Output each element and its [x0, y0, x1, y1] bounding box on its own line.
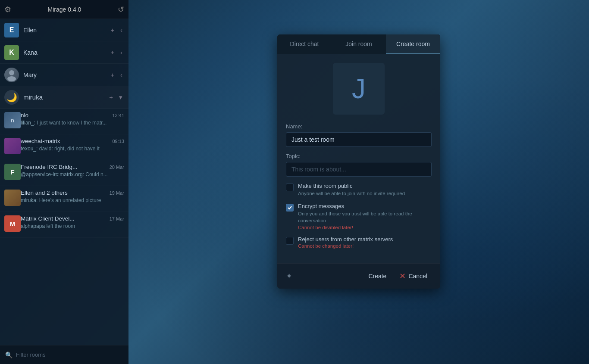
- option-content-encrypt: Encrypt messages Only you and those you …: [298, 203, 432, 230]
- room-icon-upload[interactable]: J: [333, 63, 385, 115]
- account-name-mary: Mary: [23, 72, 109, 78]
- room-item-matrix-devel[interactable]: M Matrix Client Devel... 17 Mar alphapap…: [0, 212, 128, 238]
- account-name-kana: Kana: [23, 49, 109, 56]
- option-checkbox-public[interactable]: [286, 184, 294, 191]
- room-avatar-ellen-others: [4, 190, 21, 206]
- collapse-button-ellen[interactable]: ‹: [119, 25, 124, 34]
- name-label: Name:: [286, 123, 432, 130]
- option-row-encrypt: Encrypt messages Only you and those you …: [286, 203, 432, 230]
- account-item-ellen[interactable]: E Ellen + ‹: [0, 19, 128, 41]
- sidebar: ⚙ Mirage 0.4.0 ↺ E Ellen + ‹ K Kana + ‹ …: [0, 0, 128, 364]
- room-time-nio: 13:41: [112, 113, 124, 118]
- account-item-kana[interactable]: K Kana + ‹: [0, 41, 128, 64]
- wand-icon: ✦: [286, 271, 292, 281]
- room-time-ellen-others: 19 Mar: [110, 190, 124, 196]
- account-name-miruka: miruka: [23, 93, 107, 101]
- room-icon-letter: J: [352, 73, 366, 105]
- create-room-dialog: Direct chat Join room Create room J Name…: [277, 34, 440, 289]
- room-item-freenode[interactable]: F Freenode IRC Bridg... 20 Mar @appservi…: [0, 160, 128, 186]
- option-desc-encrypt: Only you and those you trust will be abl…: [298, 210, 432, 224]
- account-actions-kana: + ‹: [109, 48, 124, 57]
- room-content-weechat: weechat-matrix 09:13 texou_: david: righ…: [21, 138, 124, 152]
- dialog-overlay: Direct chat Join room Create room J Name…: [128, 0, 589, 364]
- option-title-encrypt: Encrypt messages: [298, 203, 432, 209]
- svg-point-0: [9, 70, 14, 75]
- room-avatar-matrix-devel: M: [4, 215, 21, 232]
- add-room-button-ellen[interactable]: +: [109, 25, 116, 34]
- avatar-ellen: E: [4, 23, 19, 37]
- svg-point-1: [7, 76, 16, 81]
- option-checkbox-reject[interactable]: [286, 237, 294, 245]
- option-row-reject: Reject users from other matrix servers C…: [286, 236, 432, 249]
- option-content-reject: Reject users from other matrix servers C…: [298, 236, 393, 249]
- room-content-nio: nio 13:41 lilian_: I just want to know I…: [21, 112, 124, 126]
- settings-icon[interactable]: ⚙: [4, 5, 11, 14]
- filter-bar: 🔍: [0, 345, 128, 364]
- option-warning-encrypt: Cannot be disabled later!: [298, 225, 432, 230]
- tab-direct-chat[interactable]: Direct chat: [277, 34, 332, 54]
- room-item-ellen-others[interactable]: Ellen and 2 others 19 Mar miruka: Here's…: [0, 186, 128, 212]
- tab-join-room[interactable]: Join room: [332, 34, 386, 54]
- add-room-button-kana[interactable]: +: [109, 48, 116, 57]
- room-content-matrix-devel: Matrix Client Devel... 17 Mar alphapapa …: [21, 215, 124, 229]
- filter-icon: 🔍: [5, 352, 13, 358]
- option-checkbox-encrypt[interactable]: [286, 204, 294, 212]
- account-actions-miruka: + ▾: [107, 93, 124, 102]
- room-list: n nio 13:41 lilian_: I just want to know…: [0, 109, 128, 345]
- dialog-footer: ✦ Create ✕ Cancel: [277, 263, 440, 289]
- room-preview-matrix-devel: alphapapa left the room: [21, 223, 124, 229]
- cancel-label: Cancel: [408, 273, 427, 280]
- room-name-weechat: weechat-matrix: [21, 138, 60, 144]
- app-title: Mirage 0.4.0: [48, 6, 81, 13]
- room-preview-freenode: @appservice-irc:matrix.org: Could n...: [21, 171, 124, 177]
- room-avatar-freenode: F: [4, 164, 21, 180]
- room-name-ellen-others: Ellen and 2 others: [21, 190, 68, 196]
- room-avatar-nio: n: [4, 112, 21, 128]
- filter-rooms-input[interactable]: [16, 352, 123, 358]
- option-content-public: Make this room public Anyone will be abl…: [298, 183, 405, 197]
- account-item-miruka[interactable]: 🌙 miruka + ▾: [0, 86, 128, 109]
- room-name-input[interactable]: [286, 132, 432, 147]
- room-time-matrix-devel: 17 Mar: [110, 216, 124, 221]
- option-warning-reject: Cannot be changed later!: [298, 243, 393, 249]
- cancel-x-icon: ✕: [399, 271, 406, 281]
- dialog-body: J Name: Topic: Make this room public Any…: [277, 54, 440, 263]
- refresh-icon[interactable]: ↺: [118, 5, 124, 14]
- room-content-ellen-others: Ellen and 2 others 19 Mar miruka: Here's…: [21, 190, 124, 203]
- tab-create-room[interactable]: Create room: [386, 34, 440, 54]
- option-row-public: Make this room public Anyone will be abl…: [286, 183, 432, 197]
- account-name-ellen: Ellen: [23, 27, 109, 34]
- account-item-mary[interactable]: Mary + ‹: [0, 64, 128, 86]
- collapse-button-mary[interactable]: ‹: [119, 70, 124, 79]
- room-name-matrix-devel: Matrix Client Devel...: [21, 215, 75, 222]
- room-topic-input[interactable]: [286, 162, 432, 177]
- topic-label: Topic:: [286, 153, 432, 159]
- room-content-freenode: Freenode IRC Bridg... 20 Mar @appservice…: [21, 164, 124, 177]
- room-time-freenode: 20 Mar: [110, 165, 124, 170]
- room-preview-nio: lilian_: I just want to know I the matr.…: [21, 120, 124, 126]
- add-room-button-mary[interactable]: +: [109, 70, 116, 79]
- room-name-freenode: Freenode IRC Bridg...: [21, 164, 77, 170]
- cancel-button[interactable]: ✕ Cancel: [395, 269, 432, 283]
- create-button[interactable]: Create: [364, 270, 391, 282]
- room-time-weechat: 09:13: [112, 139, 124, 144]
- option-desc-public: Anyone will be able to join with no invi…: [298, 190, 405, 197]
- room-item-nio[interactable]: n nio 13:41 lilian_: I just want to know…: [0, 109, 128, 134]
- topbar: ⚙ Mirage 0.4.0 ↺: [0, 0, 128, 19]
- add-room-button-miruka[interactable]: +: [107, 93, 115, 102]
- avatar-kana: K: [4, 45, 19, 60]
- room-name-nio: nio: [21, 112, 28, 118]
- room-preview-weechat: texou_: david: right, did not have it: [21, 146, 124, 152]
- main-content: Direct chat Join room Create room J Name…: [128, 0, 589, 364]
- avatar-miruka: 🌙: [4, 90, 19, 105]
- option-title-reject: Reject users from other matrix servers: [298, 236, 393, 243]
- room-preview-ellen-others: miruka: Here's an unrelated picture: [21, 197, 124, 203]
- dialog-tabs: Direct chat Join room Create room: [277, 34, 440, 54]
- collapse-button-kana[interactable]: ‹: [119, 48, 124, 57]
- collapse-button-miruka[interactable]: ▾: [117, 93, 124, 102]
- account-actions-mary: + ‹: [109, 70, 124, 79]
- room-avatar-weechat: [4, 138, 21, 154]
- room-item-weechat[interactable]: weechat-matrix 09:13 texou_: david: righ…: [0, 134, 128, 160]
- option-title-public: Make this room public: [298, 183, 405, 189]
- account-actions-ellen: + ‹: [109, 25, 124, 34]
